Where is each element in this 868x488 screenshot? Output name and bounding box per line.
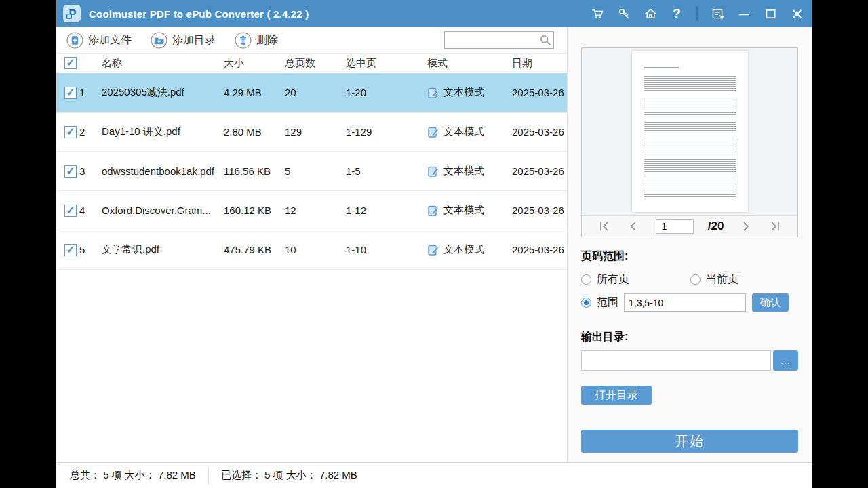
table-row[interactable]: ✓ 4 Oxford.Discover.Gram... 160.12 KB 12… [56,191,567,230]
file-name: 文学常识.pdf [102,243,224,256]
row-checkbox[interactable]: ✓ [64,87,77,99]
file-selected-pages: 1-129 [346,126,427,138]
mode-label: 文本模式 [443,204,484,217]
search-icon [539,34,551,46]
table-row[interactable]: ✓ 1 20250305减法.pdf 4.29 MB 20 1-20 文本模式 … [56,73,567,113]
search-box [444,31,554,49]
first-page-button[interactable] [597,219,612,234]
pdf-page-thumbnail [632,51,748,212]
header-mode[interactable]: 模式 [427,57,512,70]
settings-panel: /20 页码范围: 所有页 [567,27,812,462]
status-selected: 已选择： 5 项 大小： 7.82 MB [221,469,357,482]
delete-button[interactable]: 删除 [235,32,278,49]
add-file-button[interactable]: 添加文件 [66,32,132,49]
close-icon[interactable] [789,5,805,22]
help-icon[interactable]: ? [669,5,685,22]
file-total-pages: 10 [285,244,346,256]
range-input[interactable] [624,293,746,312]
row-checkbox[interactable]: ✓ [64,165,77,178]
range-radio-circle[interactable] [581,298,591,308]
row-checkbox[interactable]: ✓ [64,244,77,256]
titlebar-separator [696,6,698,21]
table-row[interactable]: ✓ 5 文学常识.pdf 475.79 KB 10 1-10 文本模式 2025… [56,230,567,270]
title-bar: P Coolmuster PDF to ePub Converter ( 2.4… [56,0,812,27]
file-date: 2025-03-26 [512,87,570,98]
current-page-radio[interactable]: 当前页 [690,272,738,287]
confirm-button[interactable]: 确认 [752,293,789,312]
add-folder-label: 添加目录 [172,33,216,47]
last-page-button[interactable] [768,219,783,234]
all-pages-radio[interactable]: 所有页 [581,272,690,287]
row-index: 3 [79,165,102,177]
pdf-preview[interactable] [582,48,797,215]
page-range-title: 页码范围: [581,249,798,264]
toolbar: 添加文件 添加目录 [56,27,567,54]
search-input[interactable] [445,32,539,48]
preview-pager: /20 [582,215,797,237]
file-selected-pages: 1-12 [346,205,427,216]
row-checkbox[interactable]: ✓ [64,126,77,138]
mode-label: 文本模式 [443,125,484,138]
prev-page-button[interactable] [626,219,641,234]
cart-icon[interactable] [589,5,606,22]
mode-label: 文本模式 [443,165,484,178]
file-size: 475.79 KB [224,244,285,256]
edit-mode-icon[interactable] [427,244,439,256]
add-folder-button[interactable]: 添加目录 [151,32,216,49]
file-date: 2025-03-26 [512,165,570,177]
file-size: 2.80 MB [224,126,285,138]
header-name[interactable]: 名称 [102,57,224,70]
current-page-radio-circle[interactable] [690,274,701,285]
file-date: 2025-03-26 [512,244,570,256]
mode-label: 文本模式 [443,243,484,256]
file-size: 116.56 KB [224,165,285,177]
header-size[interactable]: 大小 [224,57,285,70]
mode-label: 文本模式 [443,86,484,99]
table-row[interactable]: ✓ 3 odwsstudentbook1ak.pdf 116.56 KB 5 1… [56,152,567,191]
file-name: 20250305减法.pdf [102,86,224,99]
edit-mode-icon[interactable] [427,165,439,178]
register-icon[interactable] [709,5,726,22]
help-glyph: ? [673,6,681,21]
file-total-pages: 12 [285,205,346,216]
edit-mode-icon[interactable] [427,205,439,217]
select-all-checkbox[interactable]: ✓ [64,57,77,69]
row-index: 1 [79,87,102,98]
header-date[interactable]: 日期 [512,57,570,70]
home-icon[interactable] [642,5,658,22]
header-pages[interactable]: 总页数 [285,57,346,70]
open-directory-button[interactable]: 打开目录 [581,386,652,405]
file-total-pages: 129 [285,126,346,138]
browse-button[interactable]: ... [773,350,798,371]
file-size: 160.12 KB [224,205,285,216]
output-path-input[interactable] [581,350,771,371]
next-page-button[interactable] [738,219,753,234]
current-page-input[interactable] [656,219,694,234]
file-selected-pages: 1-20 [346,87,427,98]
header-selected[interactable]: 选中页 [346,57,427,70]
file-selected-pages: 1-5 [346,165,427,177]
app-window: P Coolmuster PDF to ePub Converter ( 2.4… [56,0,812,488]
delete-icon [235,32,252,49]
edit-mode-icon[interactable] [427,87,439,99]
row-index: 4 [79,205,102,216]
start-button[interactable]: 开始 [581,430,798,453]
range-radio[interactable]: 范围 [581,296,618,310]
edit-mode-icon[interactable] [427,126,439,138]
all-pages-radio-circle[interactable] [581,274,591,285]
table-row[interactable]: ✓ 2 Day1-10 讲义.pdf 2.80 MB 129 1-129 文本模… [56,113,567,152]
file-date: 2025-03-26 [512,205,570,216]
status-total: 总共： 5 项 大小： 7.82 MB [70,469,196,482]
add-folder-icon [151,32,167,49]
key-icon[interactable] [616,5,632,22]
output-dir-title: 输出目录: [581,330,798,344]
file-date: 2025-03-26 [512,126,570,138]
table-header: ✓ 名称 大小 总页数 选中页 模式 日期 [56,54,567,73]
add-file-label: 添加文件 [88,33,132,47]
status-bar: 总共： 5 项 大小： 7.82 MB 已选择： 5 项 大小： 7.82 MB [56,462,812,488]
minimize-icon[interactable] [736,5,752,22]
row-checkbox[interactable]: ✓ [64,205,77,217]
maximize-icon[interactable] [762,5,778,22]
window-title: Coolmuster PDF to ePub Converter ( 2.4.2… [89,8,309,20]
status-separator [208,468,209,484]
